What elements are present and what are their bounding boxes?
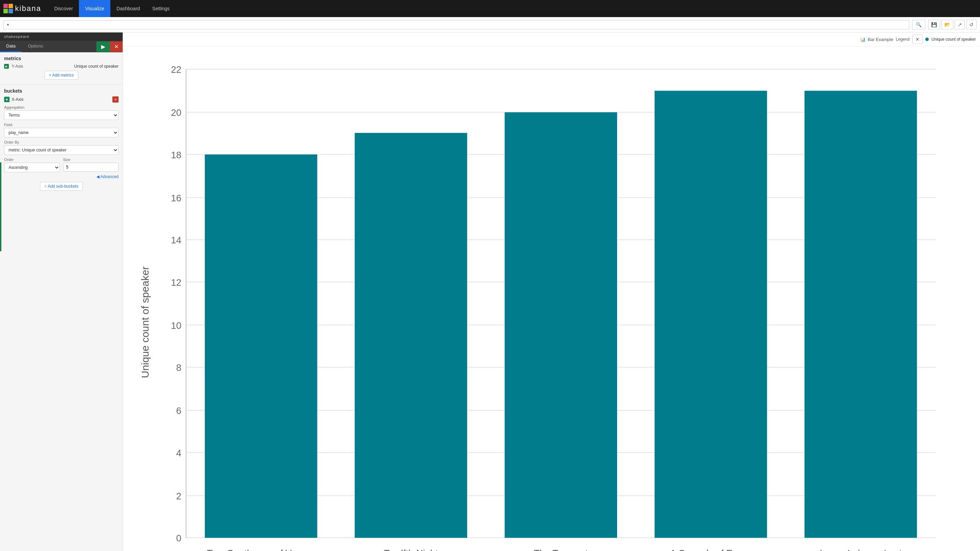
tab-data[interactable]: Data (0, 41, 22, 52)
svg-text:12: 12 (171, 277, 181, 288)
save-button[interactable]: 💾 (928, 20, 940, 29)
metrics-section: metrics ▶ Y-Axis Unique count of speaker… (0, 52, 123, 84)
index-name: shakespeare (0, 32, 123, 41)
x-label-1: Twelfth Night (384, 548, 438, 551)
nav-items: Discover Visualize Dashboard Settings (48, 0, 176, 17)
add-sub-buckets-button[interactable]: ⑂ Add sub-buckets (40, 182, 83, 191)
buckets-title: buckets (4, 88, 119, 94)
refresh-button[interactable]: ↺ (966, 20, 977, 29)
nav-visualize[interactable]: Visualize (79, 0, 110, 17)
legend-area: Legend ✕ Unique count of speaker (896, 35, 976, 44)
nav-settings[interactable]: Settings (146, 0, 176, 17)
main-layout: shakespeare Data Options ▶ ✕ metrics ▶ Y… (0, 32, 980, 551)
x-axis-close-button[interactable]: ✕ (113, 96, 119, 102)
svg-text:10: 10 (171, 320, 181, 331)
svg-text:18: 18 (171, 150, 181, 160)
y-axis-label: Y-Axis (12, 64, 23, 69)
nav-discover[interactable]: Discover (48, 0, 79, 17)
active-indicator (0, 162, 2, 251)
size-col: Size (63, 158, 119, 172)
svg-text:20: 20 (171, 107, 181, 118)
chart-container: Unique count of speaker 0 2 4 6 (123, 46, 980, 551)
share-button[interactable]: ↗ (955, 20, 965, 29)
sidebar: shakespeare Data Options ▶ ✕ metrics ▶ Y… (0, 32, 123, 551)
add-metrics-button[interactable]: + Add metrics (45, 71, 78, 80)
order-size-row: Order Ascending Size (4, 158, 119, 172)
field-row: Field play_name (4, 123, 119, 137)
bar-twelfth-night[interactable] (355, 133, 467, 538)
svg-text:8: 8 (176, 362, 181, 373)
svg-text:6: 6 (176, 405, 181, 416)
logo: kibana (3, 4, 41, 13)
toolbar-buttons: 💾 📂 ↗ ↺ (928, 20, 977, 29)
order-by-row: Order By metric: Unique count of speaker (4, 140, 119, 155)
legend-item-label: Unique count of speaker (931, 37, 976, 42)
bar-chart-icon: 📊 (860, 37, 865, 42)
metrics-title: metrics (4, 56, 119, 61)
search-button[interactable]: 🔍 (912, 20, 925, 29)
buckets-section: buckets ▼ X-Axis ✕ Aggregation Terms Fie… (0, 84, 123, 197)
tab-actions: Data Options ▶ ✕ (0, 41, 123, 52)
y-axis-row: ▶ Y-Axis Unique count of speaker (4, 64, 119, 69)
y-axis-title: Unique count of speaker (139, 266, 151, 378)
legend-toggle-button[interactable]: ✕ (912, 35, 923, 44)
x-label-3: A Comedy of Errors (670, 548, 752, 551)
search-input[interactable] (3, 20, 909, 29)
size-label: Size (63, 158, 119, 162)
bar-loves-labours[interactable] (804, 91, 917, 538)
svg-text:16: 16 (171, 193, 181, 203)
x-axis-toggle[interactable]: ▼ (4, 97, 10, 102)
x-label-0: Two Gentlemen of Verona (207, 548, 315, 551)
y-axis-value: Unique count of speaker (74, 64, 119, 69)
discard-button[interactable]: ✕ (110, 41, 123, 52)
legend-label: Legend (896, 37, 910, 42)
advanced-link[interactable]: ◀ Advanced (4, 174, 119, 179)
svg-text:14: 14 (171, 235, 181, 245)
x-axis-label: X-Axis (12, 97, 24, 102)
order-label: Order (4, 158, 60, 162)
logo-text: kibana (15, 4, 41, 13)
bar-chart-svg: Unique count of speaker 0 2 4 6 (130, 50, 973, 551)
chart-title-text: Bar Example (867, 37, 893, 42)
bar-two-gentlemen[interactable] (205, 154, 317, 538)
chart-header: 📊 Bar Example Legend ✕ Unique count of s… (123, 32, 980, 46)
order-col: Order Ascending (4, 158, 60, 172)
chart-area: 📊 Bar Example Legend ✕ Unique count of s… (123, 32, 980, 551)
aggregation-row: Aggregation Terms (4, 105, 119, 120)
bar-the-tempest[interactable] (505, 112, 617, 538)
field-label: Field (4, 123, 119, 127)
svg-text:22: 22 (171, 64, 181, 75)
legend-dot (925, 38, 929, 41)
x-axis-header: ▼ X-Axis ✕ (4, 96, 119, 102)
order-by-label: Order By (4, 140, 119, 144)
svg-text:0: 0 (176, 533, 181, 543)
run-button[interactable]: ▶ (96, 41, 110, 52)
order-select[interactable]: Ascending (4, 163, 60, 172)
load-button[interactable]: 📂 (942, 20, 953, 29)
logo-icon (3, 4, 13, 13)
order-by-select[interactable]: metric: Unique count of speaker (4, 145, 119, 155)
svg-text:2: 2 (176, 491, 181, 502)
chart-title: 📊 Bar Example (860, 37, 893, 42)
aggregation-label: Aggregation (4, 105, 119, 109)
aggregation-select[interactable]: Terms (4, 110, 119, 120)
nav-dashboard[interactable]: Dashboard (110, 0, 146, 17)
y-axis-icon: ▶ (4, 64, 9, 69)
field-select[interactable]: play_name (4, 128, 119, 137)
svg-text:4: 4 (176, 448, 181, 459)
search-bar: 🔍 💾 📂 ↗ ↺ (0, 17, 980, 32)
top-navigation: kibana Discover Visualize Dashboard Sett… (0, 0, 980, 17)
bar-comedy-errors[interactable] (655, 91, 767, 538)
x-label-4: Loves Labours Lost (820, 548, 902, 551)
size-input[interactable] (63, 163, 119, 172)
tab-options[interactable]: Options (22, 41, 49, 52)
x-label-2: The Tempest (534, 548, 588, 551)
